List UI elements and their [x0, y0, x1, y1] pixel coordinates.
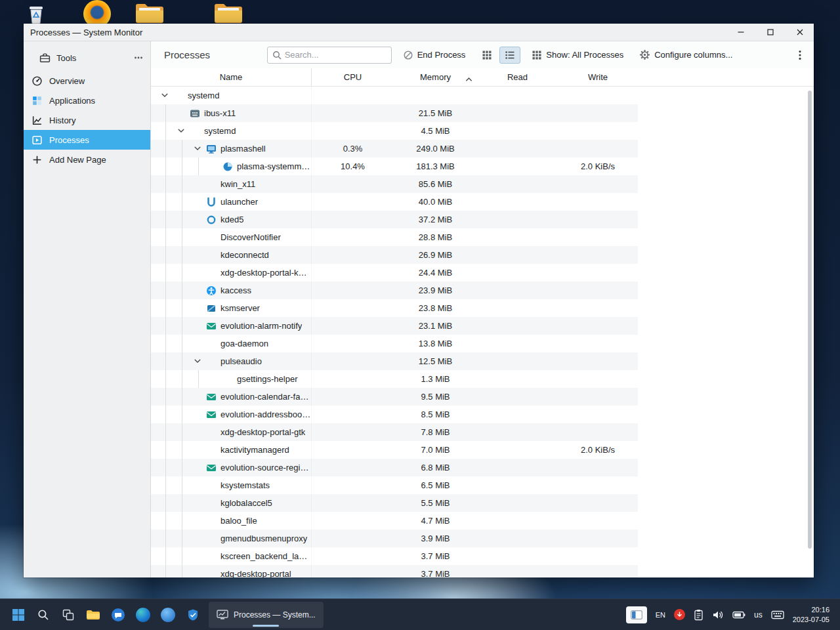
ulauncher-icon: [205, 197, 220, 207]
input-language-indicator[interactable]: EN: [656, 611, 665, 619]
show-processes-button[interactable]: Show: All Processes: [527, 46, 628, 64]
process-row[interactable]: evolution-source-regi…6.8 MiB: [151, 459, 638, 476]
process-row[interactable]: systemd: [151, 87, 638, 104]
process-row[interactable]: ksystemstats6.5 MiB: [151, 476, 638, 494]
sidebar-item-add-new-page[interactable]: Add New Page: [24, 150, 150, 169]
titlebar[interactable]: Processes — System Monitor: [24, 24, 814, 41]
process-name: kaccess: [220, 285, 251, 295]
process-row[interactable]: baloo_file4.7 MiB: [151, 512, 638, 530]
sidebar-item-overview[interactable]: Overview: [24, 71, 150, 91]
expander-chevron-down-icon[interactable]: [190, 146, 205, 151]
recycle-bin-icon[interactable]: [26, 3, 46, 25]
task-view-button[interactable]: [56, 602, 80, 628]
sidebar-item-label: History: [49, 116, 75, 125]
toolbar-overflow-button[interactable]: [794, 49, 806, 61]
process-row[interactable]: ulauncher40.0 MiB: [151, 193, 638, 211]
process-row[interactable]: plasmashell0.3%249.0 MiB: [151, 140, 638, 158]
process-row[interactable]: kscreen_backend_laun…3.7 MiB: [151, 547, 638, 565]
search-field[interactable]: [267, 47, 392, 64]
configure-columns-button[interactable]: Configure columns...: [635, 46, 737, 64]
process-memory: 7.8 MiB: [394, 427, 477, 437]
end-process-button[interactable]: End Process: [398, 46, 471, 64]
tree-guide-line: [174, 406, 190, 423]
process-name: baloo_file: [220, 516, 257, 526]
process-row[interactable]: ksmserver23.8 MiB: [151, 299, 638, 317]
edge-browser-button[interactable]: [131, 602, 155, 628]
process-row[interactable]: kaccess23.9 MiB: [151, 282, 638, 299]
process-row[interactable]: xdg-desktop-portal3.7 MiB: [151, 565, 638, 578]
column-header-memory[interactable]: Memory: [394, 68, 477, 86]
store-button[interactable]: [181, 602, 205, 628]
expander-chevron-down-icon[interactable]: [174, 129, 188, 133]
volume-tray-icon[interactable]: [712, 610, 724, 620]
process-row[interactable]: kded537.2 MiB: [151, 211, 638, 228]
expander-chevron-down-icon[interactable]: [190, 359, 205, 364]
tree-guide-line: [174, 140, 190, 158]
battery-tray-icon[interactable]: [732, 611, 746, 619]
sidebar-item-history[interactable]: History: [24, 110, 150, 130]
process-row[interactable]: kglobalaccel55.5 MiB: [151, 494, 638, 512]
sidebar-item-label: Overview: [49, 76, 85, 86]
tray-panel-button[interactable]: [626, 606, 647, 623]
column-header-cpu[interactable]: CPU: [312, 68, 394, 86]
app-shortcut-button[interactable]: [156, 602, 180, 628]
start-button[interactable]: [7, 602, 30, 628]
process-row[interactable]: ibus-x1121.5 MiB: [151, 104, 638, 122]
minimize-button[interactable]: [734, 25, 748, 39]
clipboard-tray-icon[interactable]: [694, 609, 704, 621]
tree-guide-line: [158, 530, 174, 547]
process-memory: 24.4 MiB: [394, 268, 477, 278]
process-row[interactable]: kdeconnectd26.9 MiB: [151, 246, 638, 264]
grid-view-button[interactable]: [476, 47, 497, 64]
sidebar-item-processes[interactable]: Processes: [24, 130, 150, 150]
keyboard-layout-indicator[interactable]: us: [754, 610, 763, 620]
process-name-cell: plasmashell: [151, 140, 312, 158]
process-row[interactable]: gmenudbusmenuproxy3.9 MiB: [151, 530, 638, 547]
process-name: ibus-x11: [204, 108, 236, 118]
process-memory: 23.1 MiB: [394, 321, 477, 331]
system-monitor-app-icon: [217, 610, 228, 620]
desktop-folder-icon[interactable]: [134, 1, 165, 25]
process-row[interactable]: evolution-calendar-fa…9.5 MiB: [151, 388, 638, 406]
clock[interactable]: 20:16 2023-07-05: [793, 605, 830, 625]
process-row[interactable]: xdg-desktop-portal-gtk7.8 MiB: [151, 423, 638, 441]
process-table: systemdibus-x1121.5 MiBsystemd4.5 MiBpla…: [151, 87, 814, 578]
updates-notification-icon[interactable]: [674, 609, 685, 620]
sidebar-item-applications[interactable]: Applications: [24, 91, 150, 110]
process-row[interactable]: kactivitymanagerd7.0 MiB2.0 KiB/s: [151, 441, 638, 459]
file-explorer-button[interactable]: [81, 602, 105, 628]
vertical-scrollbar[interactable]: [808, 91, 812, 549]
sidebar-overflow-button[interactable]: [133, 52, 144, 63]
process-row[interactable]: pulseaudio12.5 MiB: [151, 352, 638, 370]
search-input[interactable]: [285, 50, 387, 60]
keyboard-tray-icon[interactable]: [771, 610, 784, 620]
tools-menu[interactable]: Tools: [24, 47, 150, 68]
tree-guide-line: [158, 352, 174, 370]
process-row[interactable]: kwin_x1185.6 MiB: [151, 175, 638, 193]
sidebar-nav: Overview Applications History: [24, 71, 150, 169]
column-header-read[interactable]: Read: [477, 68, 558, 86]
process-row[interactable]: goa-daemon13.8 MiB: [151, 335, 638, 352]
chat-button[interactable]: [106, 602, 130, 628]
column-header-write[interactable]: Write: [558, 68, 638, 86]
active-task-button[interactable]: Processes — System...: [209, 602, 324, 628]
process-row[interactable]: DiscoverNotifier28.8 MiB: [151, 228, 638, 246]
close-button[interactable]: [793, 25, 807, 39]
desktop-folder-icon[interactable]: [213, 1, 244, 25]
process-row[interactable]: xdg-desktop-portal-k…24.4 MiB: [151, 264, 638, 282]
maximize-button[interactable]: [763, 25, 778, 39]
process-memory: 6.5 MiB: [394, 480, 477, 490]
process-name: plasmashell: [220, 144, 266, 154]
taskbar-search-button[interactable]: [32, 602, 55, 628]
process-row[interactable]: gsettings-helper1.3 MiB: [151, 370, 638, 388]
list-view-button[interactable]: [499, 47, 520, 64]
process-row[interactable]: systemd4.5 MiB: [151, 122, 638, 140]
column-header-name[interactable]: Name: [151, 68, 312, 86]
ksmserver-icon: [205, 303, 220, 314]
process-row[interactable]: evolution-alarm-notify23.1 MiB: [151, 317, 638, 335]
process-row[interactable]: evolution-addressboo…8.5 MiB: [151, 406, 638, 423]
expander-chevron-down-icon[interactable]: [158, 93, 172, 98]
sidebar-item-label: Processes: [49, 135, 89, 145]
process-row[interactable]: plasma-systemm…10.4%181.3 MiB2.0 KiB/s: [151, 158, 638, 175]
process-name-cell: ibus-x11: [151, 104, 312, 122]
